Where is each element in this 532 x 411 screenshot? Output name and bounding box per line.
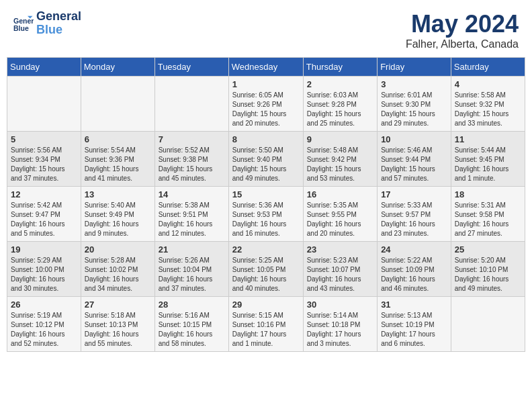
- day-info-line: Sunset: 9:53 PM: [232, 210, 300, 220]
- calendar-cell: 22Sunrise: 5:25 AMSunset: 10:05 PMDaylig…: [228, 242, 303, 297]
- day-info-line: and 9 minutes.: [85, 229, 151, 238]
- calendar-cell: 18Sunrise: 5:31 AMSunset: 9:58 PMDayligh…: [451, 187, 525, 242]
- day-info-line: Sunrise: 5:22 AM: [381, 256, 447, 265]
- day-info-line: Sunrise: 5:44 AM: [455, 146, 521, 155]
- day-info-line: Daylight: 15 hours: [85, 165, 151, 174]
- day-info-line: and 58 minutes.: [159, 339, 225, 349]
- day-info-line: Sunrise: 5:25 AM: [232, 256, 300, 265]
- day-info-line: and 49 minutes.: [455, 284, 521, 293]
- day-info-line: Sunrise: 5:15 AM: [232, 311, 300, 320]
- day-info-line: and 23 minutes.: [381, 229, 447, 238]
- day-info-line: Sunset: 9:36 PM: [85, 155, 151, 165]
- day-number: 18: [455, 189, 521, 199]
- day-info-line: and 49 minutes.: [232, 174, 300, 183]
- calendar-cell: 26Sunrise: 5:19 AMSunset: 10:12 PMDaylig…: [7, 297, 81, 352]
- day-info-line: Daylight: 16 hours: [307, 220, 373, 229]
- calendar-cell: 28Sunrise: 5:16 AMSunset: 10:15 PMDaylig…: [154, 297, 228, 352]
- day-info-line: Daylight: 16 hours: [11, 275, 77, 284]
- day-info-line: Daylight: 16 hours: [232, 275, 300, 284]
- calendar-cell: 16Sunrise: 5:35 AMSunset: 9:55 PMDayligh…: [303, 187, 377, 242]
- day-number: 29: [232, 300, 300, 310]
- day-info-line: Daylight: 16 hours: [381, 220, 447, 229]
- day-info-line: Sunset: 9:55 PM: [307, 210, 373, 220]
- day-info-line: and 34 minutes.: [85, 284, 151, 293]
- day-info-line: Sunrise: 5:50 AM: [232, 146, 300, 155]
- day-info-line: Sunset: 10:13 PM: [85, 320, 151, 330]
- calendar-cell: 30Sunrise: 5:14 AMSunset: 10:18 PMDaylig…: [303, 297, 377, 352]
- day-number: 11: [455, 134, 521, 144]
- calendar-cell: 14Sunrise: 5:38 AMSunset: 9:51 PMDayligh…: [154, 187, 228, 242]
- location: Falher, Alberta, Canada: [406, 38, 519, 50]
- day-info-line: and 33 minutes.: [455, 119, 521, 128]
- day-info-line: and 52 minutes.: [11, 339, 77, 349]
- calendar-cell: 3Sunrise: 6:01 AMSunset: 9:30 PMDaylight…: [378, 77, 451, 132]
- day-info-line: Daylight: 16 hours: [85, 220, 151, 229]
- day-info-line: Sunrise: 5:54 AM: [85, 146, 151, 155]
- day-number: 14: [159, 189, 225, 199]
- calendar-cell: 31Sunrise: 5:13 AMSunset: 10:19 PMDaylig…: [378, 297, 451, 352]
- day-info-line: Sunset: 10:15 PM: [159, 320, 225, 330]
- day-info-line: Sunrise: 5:16 AM: [159, 311, 225, 320]
- day-info-line: Sunrise: 5:18 AM: [85, 311, 151, 320]
- day-info-line: Daylight: 15 hours: [381, 109, 447, 119]
- day-info-line: Sunrise: 5:28 AM: [85, 256, 151, 265]
- calendar-header: SundayMondayTuesdayWednesdayThursdayFrid…: [7, 58, 525, 77]
- day-info-line: Daylight: 16 hours: [85, 330, 151, 339]
- calendar-week-row: 12Sunrise: 5:42 AMSunset: 9:47 PMDayligh…: [7, 187, 525, 242]
- day-info-line: Sunset: 10:09 PM: [381, 265, 447, 275]
- day-info-line: and 20 minutes.: [307, 229, 373, 238]
- day-number: 10: [381, 134, 447, 144]
- day-info-line: Sunrise: 5:38 AM: [159, 201, 225, 210]
- logo: General Blue General Blue: [13, 10, 81, 37]
- day-number: 25: [455, 244, 521, 255]
- calendar-cell: 20Sunrise: 5:28 AMSunset: 10:02 PMDaylig…: [81, 242, 154, 297]
- day-number: 28: [159, 300, 225, 310]
- day-info-line: and 46 minutes.: [381, 284, 447, 293]
- calendar-cell: 19Sunrise: 5:29 AMSunset: 10:00 PMDaylig…: [7, 242, 81, 297]
- day-info-line: Sunset: 10:00 PM: [11, 265, 77, 275]
- day-info-line: Sunrise: 5:33 AM: [381, 201, 447, 210]
- page-header: General Blue General Blue May 2024 Falhe…: [0, 0, 532, 57]
- day-info-line: Sunrise: 5:20 AM: [455, 256, 521, 265]
- weekday-header: Saturday: [451, 58, 525, 77]
- day-info-line: Daylight: 15 hours: [455, 109, 521, 119]
- day-info-line: Sunset: 9:32 PM: [455, 100, 521, 109]
- calendar-cell: 25Sunrise: 5:20 AMSunset: 10:10 PMDaylig…: [451, 242, 525, 297]
- calendar-cell: 7Sunrise: 5:52 AMSunset: 9:38 PMDaylight…: [154, 132, 228, 187]
- calendar-cell: 5Sunrise: 5:56 AMSunset: 9:34 PMDaylight…: [7, 132, 81, 187]
- day-info-line: Sunset: 10:10 PM: [455, 265, 521, 275]
- calendar-week-row: 5Sunrise: 5:56 AMSunset: 9:34 PMDaylight…: [7, 132, 525, 187]
- day-info-line: and 55 minutes.: [85, 339, 151, 349]
- day-info-line: Sunset: 10:18 PM: [307, 320, 373, 330]
- day-info-line: Sunset: 9:30 PM: [381, 100, 447, 109]
- day-info-line: Sunset: 9:49 PM: [85, 210, 151, 220]
- day-info-line: and 5 minutes.: [11, 229, 77, 238]
- day-info-line: and 53 minutes.: [307, 174, 373, 183]
- day-info-line: and 3 minutes.: [307, 339, 373, 349]
- day-info-line: Sunset: 10:19 PM: [381, 320, 447, 330]
- day-info-line: Sunrise: 5:19 AM: [11, 311, 77, 320]
- day-info-line: and 6 minutes.: [381, 339, 447, 349]
- day-info-line: Sunrise: 5:56 AM: [11, 146, 77, 155]
- calendar-cell: 4Sunrise: 5:58 AMSunset: 9:32 PMDaylight…: [451, 77, 525, 132]
- day-info-line: Sunset: 9:42 PM: [307, 155, 373, 165]
- calendar-week-row: 26Sunrise: 5:19 AMSunset: 10:12 PMDaylig…: [7, 297, 525, 352]
- day-number: 26: [11, 300, 77, 310]
- weekday-header: Tuesday: [154, 58, 228, 77]
- calendar-cell: 15Sunrise: 5:36 AMSunset: 9:53 PMDayligh…: [228, 187, 303, 242]
- day-info-line: Sunrise: 5:23 AM: [307, 256, 373, 265]
- day-number: 4: [455, 79, 521, 89]
- day-info-line: Sunset: 10:05 PM: [232, 265, 300, 275]
- day-info-line: Daylight: 16 hours: [159, 330, 225, 339]
- day-info-line: Sunset: 9:45 PM: [455, 155, 521, 165]
- day-info-line: Sunrise: 5:58 AM: [455, 91, 521, 100]
- day-info-line: Daylight: 15 hours: [307, 165, 373, 174]
- day-info-line: Sunrise: 6:05 AM: [232, 91, 300, 100]
- day-info-line: Daylight: 15 hours: [232, 109, 300, 119]
- day-info-line: Sunset: 10:02 PM: [85, 265, 151, 275]
- day-info-line: Sunset: 9:38 PM: [159, 155, 225, 165]
- day-info-line: Sunrise: 5:31 AM: [455, 201, 521, 210]
- day-info-line: and 43 minutes.: [307, 284, 373, 293]
- day-number: 24: [381, 244, 447, 255]
- title-block: May 2024 Falher, Alberta, Canada: [406, 10, 519, 50]
